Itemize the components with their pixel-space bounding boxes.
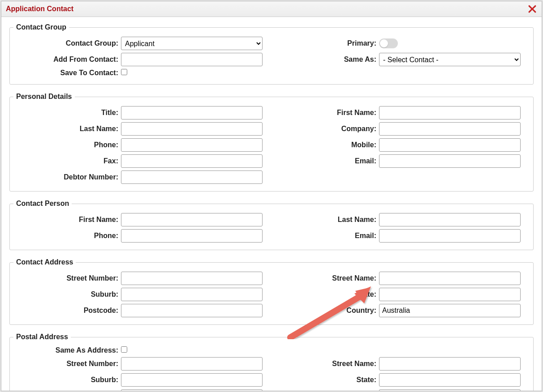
pa-street-number-label: Street Number: [13,360,121,368]
cp-phone-input[interactable] [121,229,263,243]
application-contact-dialog: Application Contact Contact Group Contac… [1,1,542,391]
ca-country-input[interactable] [379,304,521,317]
mobile-input[interactable] [379,138,521,152]
ca-street-name-label: Street Name: [272,274,379,282]
fieldset-postal-address: Postal Address Same As Address: Street N… [9,333,534,391]
legend-contact-group: Contact Group [13,23,69,31]
ca-country-label: Country: [272,307,379,315]
phone-label: Phone: [13,141,121,149]
pa-suburb-label: Suburb: [13,376,121,384]
email-input[interactable] [379,154,521,168]
dialog-header: Application Contact [1,1,542,17]
pa-suburb-input[interactable] [121,373,263,387]
cp-last-name-input[interactable] [379,213,521,226]
last-name-input[interactable] [121,122,263,136]
close-button[interactable] [527,4,537,14]
first-name-label: First Name: [272,109,379,117]
fieldset-contact-person: Contact Person First Name: Last Name: Ph… [9,200,534,250]
ca-postcode-input[interactable] [121,304,263,317]
pa-same-as-label: Same As Address: [13,346,121,354]
fieldset-contact-address: Contact Address Street Number: Street Na… [9,258,534,325]
ca-suburb-input[interactable] [121,288,263,301]
ca-street-number-input[interactable] [121,272,263,285]
legend-contact-address: Contact Address [13,258,76,266]
company-input[interactable] [379,122,521,136]
cp-last-name-label: Last Name: [272,216,379,224]
same-as-select[interactable]: - Select Contact - [379,53,521,66]
pa-street-name-input[interactable] [379,357,521,371]
dialog-title: Application Contact [6,5,73,13]
primary-toggle[interactable] [379,38,398,48]
ca-street-name-input[interactable] [379,272,521,285]
pa-postcode-input[interactable] [121,389,263,391]
add-from-contact-label: Add From Contact: [13,55,121,64]
legend-postal-address: Postal Address [13,333,71,341]
fieldset-personal-details: Personal Details Title: First Name: Last… [9,93,534,192]
primary-label: Primary: [272,39,379,47]
cp-email-label: Email: [272,232,379,240]
fax-label: Fax: [13,157,121,165]
cp-first-name-input[interactable] [121,213,263,226]
pa-same-as-checkbox[interactable] [121,346,127,353]
contact-group-select[interactable]: Applicant [121,37,263,50]
title-label: Title: [13,109,121,117]
last-name-label: Last Name: [13,125,121,133]
save-to-contact-label: Save To Contact: [13,69,121,77]
close-icon [527,4,537,14]
pa-street-number-input[interactable] [121,357,263,371]
add-from-contact-input[interactable] [121,53,263,66]
email-label: Email: [272,157,379,165]
cp-phone-label: Phone: [13,232,121,240]
pa-state-input[interactable] [379,373,521,387]
title-input[interactable] [121,106,263,119]
pa-country-input[interactable] [379,389,521,391]
ca-state-input[interactable] [379,288,521,301]
debtor-input[interactable] [121,170,263,184]
debtor-label: Debtor Number: [13,173,121,181]
company-label: Company: [272,125,379,133]
pa-street-name-label: Street Name: [272,360,379,368]
mobile-label: Mobile: [272,141,379,149]
phone-input[interactable] [121,138,263,152]
ca-suburb-label: Suburb: [13,290,121,298]
ca-postcode-label: Postcode: [13,307,121,315]
contact-group-label: Contact Group: [13,39,121,47]
same-as-label: Same As: [272,55,379,64]
cp-email-input[interactable] [379,229,521,243]
ca-street-number-label: Street Number: [13,274,121,282]
legend-contact-person: Contact Person [13,200,72,208]
fax-input[interactable] [121,154,263,168]
ca-state-label: State: [272,290,379,298]
dialog-body: Contact Group Contact Group: Applicant P… [1,17,542,391]
cp-first-name-label: First Name: [13,216,121,224]
legend-personal: Personal Details [13,93,75,101]
first-name-input[interactable] [379,106,521,119]
fieldset-contact-group: Contact Group Contact Group: Applicant P… [9,23,534,85]
pa-state-label: State: [272,376,379,384]
save-to-contact-checkbox[interactable] [121,69,127,75]
